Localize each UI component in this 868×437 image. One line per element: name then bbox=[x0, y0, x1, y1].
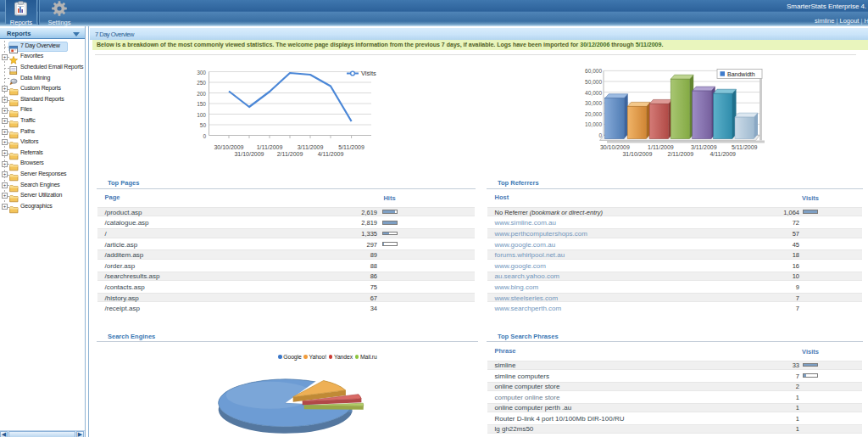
svg-text:5/11/2009: 5/11/2009 bbox=[732, 144, 758, 150]
svg-text:40,000: 40,000 bbox=[585, 90, 602, 96]
svg-text:10,000: 10,000 bbox=[585, 121, 602, 127]
svg-text:50: 50 bbox=[200, 122, 207, 128]
svg-text:50,000: 50,000 bbox=[585, 79, 602, 85]
svg-text:30/10/2009: 30/10/2009 bbox=[214, 144, 243, 150]
svg-text:4/11/2009: 4/11/2009 bbox=[318, 151, 344, 157]
svg-text:30,000: 30,000 bbox=[585, 100, 602, 106]
svg-text:5/11/2009: 5/11/2009 bbox=[338, 144, 364, 150]
svg-text:100: 100 bbox=[197, 112, 206, 118]
svg-text:Visits: Visits bbox=[361, 70, 376, 77]
svg-text:200: 200 bbox=[197, 91, 206, 97]
svg-text:4/11/2009: 4/11/2009 bbox=[709, 151, 736, 157]
svg-text:250: 250 bbox=[197, 80, 206, 86]
svg-text:2/11/2009: 2/11/2009 bbox=[667, 151, 693, 157]
svg-text:60,000: 60,000 bbox=[585, 68, 602, 74]
svg-text:2/11/2009: 2/11/2009 bbox=[277, 151, 303, 157]
svg-text:3/11/2009: 3/11/2009 bbox=[298, 144, 324, 150]
svg-text:1/11/2009: 1/11/2009 bbox=[648, 144, 674, 150]
svg-text:20,000: 20,000 bbox=[585, 111, 602, 117]
svg-text:31/10/2009: 31/10/2009 bbox=[234, 151, 264, 157]
svg-text:3/11/2009: 3/11/2009 bbox=[691, 144, 717, 150]
svg-text:31/10/2009: 31/10/2009 bbox=[622, 151, 652, 157]
svg-text:Bandwidth: Bandwidth bbox=[727, 71, 755, 77]
svg-text:300: 300 bbox=[197, 70, 206, 76]
svg-text:1/11/2009: 1/11/2009 bbox=[257, 144, 283, 150]
svg-text:30/10/2009: 30/10/2009 bbox=[600, 144, 630, 150]
svg-text:0: 0 bbox=[203, 133, 206, 139]
svg-text:150: 150 bbox=[197, 101, 206, 107]
